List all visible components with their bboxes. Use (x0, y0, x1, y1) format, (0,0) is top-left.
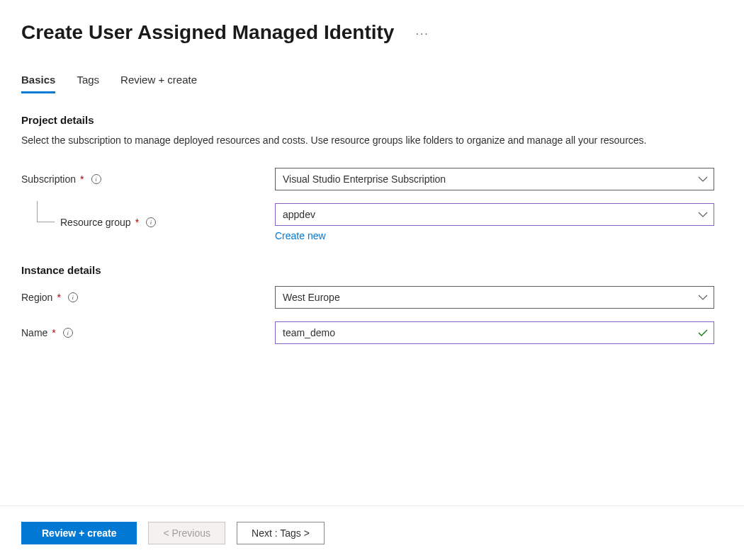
required-indicator: * (57, 292, 60, 303)
project-details-description: Select the subscription to manage deploy… (21, 133, 701, 148)
chevron-down-icon (698, 210, 708, 219)
nesting-elbow-icon (37, 201, 55, 222)
info-icon[interactable]: i (68, 292, 78, 302)
required-indicator: * (135, 217, 139, 228)
check-icon (698, 328, 708, 338)
region-select[interactable]: West Europe (275, 286, 714, 309)
project-details-heading: Project details (21, 114, 723, 126)
required-indicator: * (80, 173, 84, 185)
next-button[interactable]: Next : Tags > (237, 522, 325, 544)
resource-group-label: Resource group * i (21, 217, 275, 228)
required-indicator: * (52, 327, 55, 338)
previous-button: < Previous (148, 522, 225, 544)
name-label: Name * i (21, 327, 275, 338)
resource-group-label-text: Resource group (60, 217, 131, 228)
name-label-text: Name (21, 327, 47, 338)
tab-tags[interactable]: Tags (77, 74, 99, 93)
info-icon[interactable]: i (91, 174, 101, 184)
review-create-button[interactable]: Review + create (21, 522, 137, 544)
info-icon[interactable]: i (63, 328, 73, 338)
name-input[interactable]: team_demo (275, 321, 714, 344)
resource-group-value: appdev (283, 209, 315, 220)
more-icon[interactable]: ··· (415, 28, 429, 40)
page-title: Create User Assigned Managed Identity (21, 21, 394, 44)
instance-details-heading: Instance details (21, 264, 723, 276)
resource-group-select[interactable]: appdev (275, 203, 714, 226)
region-label: Region * i (21, 292, 275, 303)
tab-basics[interactable]: Basics (21, 74, 55, 93)
subscription-value: Visual Studio Enterprise Subscription (283, 173, 446, 185)
chevron-down-icon (698, 174, 708, 184)
tab-review-create[interactable]: Review + create (120, 74, 197, 93)
subscription-label: Subscription * i (21, 173, 275, 185)
tabs: Basics Tags Review + create (21, 74, 744, 93)
subscription-select[interactable]: Visual Studio Enterprise Subscription (275, 168, 714, 190)
chevron-down-icon (698, 292, 708, 302)
region-value: West Europe (283, 292, 340, 303)
name-value: team_demo (283, 327, 335, 338)
create-new-link[interactable]: Create new (275, 230, 326, 241)
info-icon[interactable]: i (146, 217, 156, 227)
wizard-footer: Review + create < Previous Next : Tags > (0, 505, 744, 560)
subscription-label-text: Subscription (21, 173, 76, 185)
region-label-text: Region (21, 292, 52, 303)
